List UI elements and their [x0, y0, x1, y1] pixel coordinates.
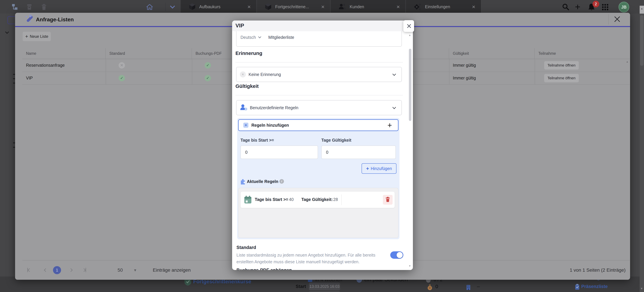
clipboard-icon [575, 284, 580, 290]
chevron-down-icon[interactable] [392, 105, 396, 109]
tab-fortgeschrittene[interactable]: Fortgeschrittene... × [257, 0, 330, 14]
row-gueltigkeit: Immer gültig [453, 76, 476, 80]
table-scroll-up-icon[interactable]: ▲ [626, 60, 628, 63]
list-name-value[interactable]: MItgliederliste [268, 35, 294, 40]
vip-modal: VIP Deutsch MItgliederliste Erinnerung ×… [232, 21, 413, 270]
open-participation-button[interactable]: Teilnahme öffnen [544, 74, 579, 82]
close-icon[interactable] [613, 16, 620, 23]
row-name: VIP [26, 76, 33, 80]
gear-icon [414, 3, 421, 11]
toggle-knob [397, 252, 403, 258]
clipped-section-heading: Buchungs-PDF anhängen [236, 268, 337, 270]
modal-scroll-down-icon[interactable]: ▼ [408, 264, 411, 267]
check-icon: ✓ [204, 75, 211, 81]
check-icon: ✓ [118, 75, 125, 81]
chevron-down-icon[interactable] [258, 35, 261, 38]
days-valid-label: Tage Gültigkeit [321, 138, 351, 143]
add-rules-label: Regeln hinzufügen [252, 123, 289, 128]
scrollbar-thumb[interactable] [640, 15, 644, 66]
page-size-label: Einträge anzeigen [153, 267, 191, 273]
page-scrollbar[interactable]: ▼ [640, 14, 644, 292]
days-until-start-input[interactable] [240, 145, 318, 159]
sitemap-icon[interactable] [12, 4, 18, 11]
trash-icon [386, 197, 390, 203]
notification-badge: 2 [592, 1, 599, 8]
apps-grid-icon[interactable] [602, 4, 604, 6]
tab-label: Aufbaukurs [199, 4, 220, 9]
tab-einstellungen[interactable]: Einstellungen × [406, 0, 481, 14]
standard-heading: Standard [236, 245, 256, 250]
standard-toggle[interactable] [390, 251, 403, 259]
column-header-standard[interactable]: Standard [106, 48, 192, 59]
search-icon[interactable] [562, 3, 569, 11]
page-scrollbar-top[interactable]: ▲ [640, 6, 644, 14]
standard-description: Liste standardmässig zu jedem neuen Ange… [236, 252, 388, 265]
user-rules-icon [240, 104, 247, 111]
chevron-down-icon[interactable] [392, 72, 396, 76]
info-icon[interactable]: i [280, 179, 284, 184]
close-icon[interactable]: × [247, 4, 251, 10]
modal-scroll-up-icon[interactable]: ▲ [408, 34, 411, 37]
page-size-value[interactable]: 50 [118, 267, 123, 273]
avatar[interactable]: JB [618, 2, 629, 13]
rule-label2: Tage Gültigkeit: [301, 197, 333, 202]
add-rule-button[interactable]: + Hinzufügen [362, 163, 396, 174]
column-header-teilnahme[interactable]: Teilnahme [535, 48, 630, 59]
scroll-down-icon[interactable]: ▼ [640, 287, 643, 290]
delete-rule-button[interactable] [383, 195, 392, 205]
page-text-fragment [13, 74, 15, 75]
page-text-fragment [13, 83, 15, 83]
row-gueltigkeit: Immer gültig [453, 63, 476, 68]
close-icon[interactable]: × [321, 4, 324, 10]
section-divider [236, 62, 403, 63]
last-page-icon[interactable] [83, 268, 86, 272]
modal-scrollbar-thumb[interactable] [409, 49, 412, 121]
top-bar: Aufbaukurs × Fortgeschrittene... × Kunde… [0, 0, 644, 14]
previous-page-icon[interactable] [44, 268, 48, 272]
cell-divider [105, 59, 106, 72]
trash-icon[interactable] [41, 4, 46, 11]
scroll-up-icon[interactable]: ▲ [640, 7, 643, 10]
tab-kunden[interactable]: Kunden × [330, 0, 406, 14]
plus-icon: + [366, 166, 369, 171]
chevron-down-icon[interactable] [170, 4, 175, 9]
page-size-dropdown-icon[interactable]: ▼ [133, 268, 137, 272]
cell-divider [449, 72, 450, 84]
add-rules-header[interactable]: + Regeln hinzufügen + [238, 119, 398, 131]
rule-divider [341, 194, 342, 205]
list-name-field[interactable]: Deutsch MItgliederliste [236, 31, 402, 47]
building-icon [466, 284, 471, 291]
first-page-icon[interactable] [27, 268, 31, 272]
stopwatch-value: 0 [435, 283, 438, 289]
language-select[interactable]: Deutsch [240, 35, 256, 40]
cell-divider [192, 59, 192, 72]
cell-divider [192, 72, 192, 84]
close-icon[interactable]: × [396, 4, 400, 10]
validity-heading: Gültigkeit [236, 83, 258, 89]
reminder-select[interactable]: × Keine Erinnerung [236, 67, 402, 82]
puzzle-icon [240, 178, 246, 185]
validity-select[interactable]: Benutzerdefinierte Regeln [236, 100, 402, 115]
new-list-button[interactable]: + Neue Liste [23, 32, 51, 41]
tab-aufbaukurs[interactable]: Aufbaukurs × [181, 0, 257, 14]
current-page-button[interactable]: 1 [53, 266, 61, 274]
datetime-badge-partial [309, 291, 340, 292]
archive-icon[interactable] [26, 4, 32, 11]
cell-divider [534, 59, 535, 72]
home-icon[interactable] [146, 4, 153, 11]
cube-icon [265, 3, 272, 11]
column-header-name[interactable]: Name [22, 48, 106, 59]
column-header-gueltigkeit[interactable]: Gültigkeit [449, 48, 535, 59]
add-icon[interactable]: + [575, 1, 580, 12]
current-rules-list: Tage bis Start >= 40 Tage Gültigkeit: 28 [238, 188, 398, 238]
vip-modal-close-button[interactable] [403, 20, 414, 32]
close-icon[interactable]: × [472, 4, 475, 10]
modal-title: Anfrage-Listen [36, 17, 74, 23]
days-valid-input[interactable] [321, 145, 396, 159]
open-participation-button[interactable]: Teilnahme öffnen [544, 61, 579, 70]
stopwatch-icon [427, 284, 432, 291]
next-page-icon[interactable] [69, 268, 72, 272]
building-value: – [477, 283, 480, 289]
clear-icon: × [240, 71, 246, 77]
presence-link[interactable]: Präsenzliste [581, 284, 608, 289]
